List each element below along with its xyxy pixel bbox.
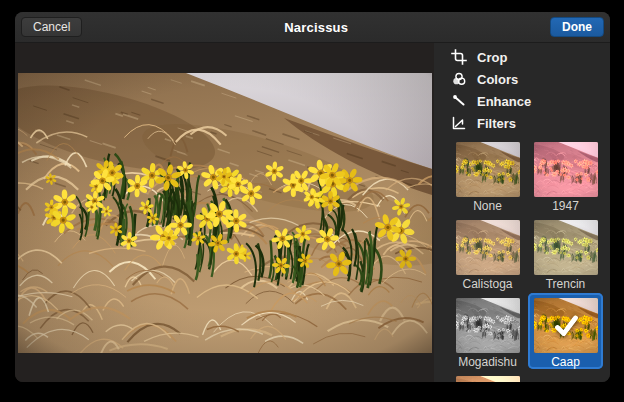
- filters-icon: [451, 115, 467, 131]
- filter-option-partial[interactable]: [450, 371, 525, 382]
- filter-option-none[interactable]: None: [450, 137, 525, 213]
- filter-thumbnail-1947: [534, 142, 598, 197]
- photos-editor-window: Cancel Narcissus Done CropColorsEnhanceF…: [15, 12, 610, 382]
- photo-canvas-area: [15, 43, 434, 382]
- tool-item-enhance[interactable]: Enhance: [434, 90, 610, 112]
- window-title: Narcissus: [82, 20, 550, 35]
- filter-thumbnail-partial: [456, 376, 520, 382]
- tool-list: CropColorsEnhanceFilters: [434, 46, 610, 134]
- screen-background: Cancel Narcissus Done CropColorsEnhanceF…: [0, 0, 624, 402]
- filter-option-caap[interactable]: Caap: [528, 293, 603, 369]
- filter-label: Mogadishu: [450, 355, 525, 369]
- selected-check-icon: [534, 298, 598, 353]
- filter-thumbnail-none: [456, 142, 520, 197]
- filter-label: None: [450, 199, 525, 213]
- filter-thumbnail-mogadishu: [456, 298, 520, 353]
- headerbar: Cancel Narcissus Done: [15, 12, 610, 43]
- editor-content: CropColorsEnhanceFilters None1947Calisto…: [15, 43, 610, 382]
- edit-sidebar: CropColorsEnhanceFilters None1947Calisto…: [434, 43, 610, 382]
- cancel-button[interactable]: Cancel: [21, 17, 82, 37]
- done-button[interactable]: Done: [550, 17, 604, 37]
- filter-label: 1947: [528, 199, 603, 213]
- tool-label: Colors: [477, 72, 518, 87]
- tool-label: Enhance: [477, 94, 531, 109]
- filter-label: Calistoga: [450, 277, 525, 291]
- filter-option-trencin[interactable]: Trencin: [528, 215, 603, 291]
- filter-label: Trencin: [528, 277, 603, 291]
- filter-option-1947[interactable]: 1947: [528, 137, 603, 213]
- tool-item-filters[interactable]: Filters: [434, 112, 610, 134]
- photo-preview: [18, 73, 432, 353]
- filter-thumbnail-calistoga: [456, 220, 520, 275]
- enhance-icon: [451, 93, 467, 109]
- filter-option-mogadishu[interactable]: Mogadishu: [450, 293, 525, 369]
- tool-item-colors[interactable]: Colors: [434, 68, 610, 90]
- filter-thumbnail-trencin: [534, 220, 598, 275]
- tool-label: Crop: [477, 50, 507, 65]
- filter-thumbnail-caap: [534, 298, 598, 353]
- filters-grid: None1947CalistogaTrencinMogadishuCaap: [450, 137, 610, 382]
- filter-option-calistoga[interactable]: Calistoga: [450, 215, 525, 291]
- tool-item-crop[interactable]: Crop: [434, 46, 610, 68]
- tool-label: Filters: [477, 116, 516, 131]
- colors-icon: [451, 71, 467, 87]
- filter-label: Caap: [528, 355, 603, 369]
- crop-icon: [451, 49, 467, 65]
